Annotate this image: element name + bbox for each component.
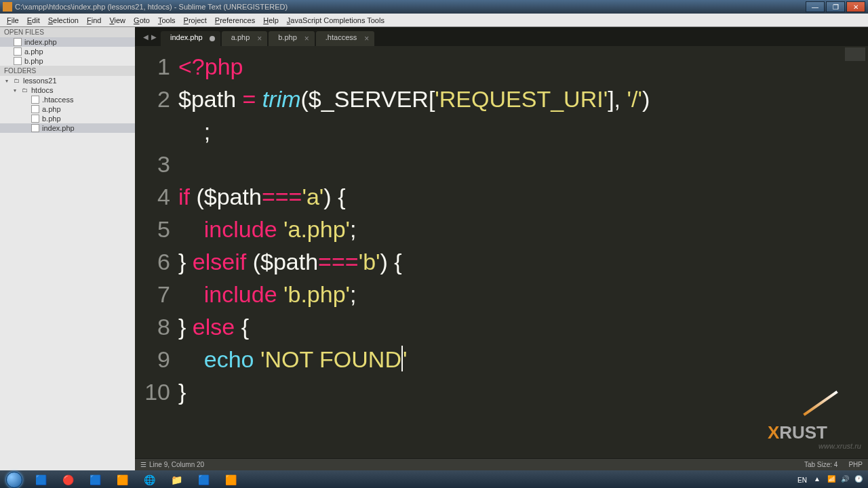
- menubar: FileEditSelectionFindViewGotoToolsProjec…: [0, 14, 868, 27]
- menu-view[interactable]: View: [105, 15, 130, 26]
- menu-javascript-completions-tools[interactable]: JavaScript Completions Tools: [283, 15, 389, 26]
- app-icon: [3, 2, 12, 12]
- tab-a-php[interactable]: a.php×: [222, 31, 268, 46]
- menu-file[interactable]: File: [3, 15, 23, 26]
- menu-project[interactable]: Project: [180, 15, 211, 26]
- tab-dirty-icon[interactable]: [210, 36, 215, 41]
- menu-goto[interactable]: Goto: [130, 15, 154, 26]
- status-tab-size[interactable]: Tab Size: 4: [804, 461, 837, 468]
- status-syntax[interactable]: PHP: [848, 461, 863, 468]
- tab-close-icon[interactable]: ×: [257, 34, 262, 43]
- menu-selection[interactable]: Selection: [44, 15, 83, 26]
- menu-edit[interactable]: Edit: [23, 15, 44, 26]
- open-files-header: OPEN FILES: [0, 27, 135, 37]
- tab-b-php[interactable]: b.php×: [269, 31, 315, 46]
- tray-language[interactable]: EN: [795, 476, 810, 484]
- windows-taskbar: 🟦🔴🟦🟧🌐📁🟦🟧 EN ▲ 📶 🔊 🕐: [0, 470, 868, 488]
- taskbar-explorer-icon[interactable]: 📁: [163, 471, 189, 488]
- tab-close-icon[interactable]: ×: [304, 34, 309, 43]
- status-line-col[interactable]: ☰Line 9, Column 20: [140, 461, 204, 468]
- code-editor[interactable]: 12345678910 <?php$path = trim($_SERVER['…: [135, 46, 868, 458]
- start-button[interactable]: [1, 471, 27, 488]
- system-tray[interactable]: EN ▲ 📶 🔊 🕐: [795, 475, 867, 485]
- tree-index-php[interactable]: index.php: [0, 123, 135, 133]
- line-gutter: 12345678910: [135, 46, 178, 458]
- taskbar-ppt-icon[interactable]: 🟧: [218, 471, 243, 488]
- menu-preferences[interactable]: Preferences: [211, 15, 259, 26]
- tree-b-php[interactable]: b.php: [0, 114, 135, 123]
- menu-help[interactable]: Help: [259, 15, 283, 26]
- open-file-a-php[interactable]: a.php: [0, 47, 135, 56]
- tree-a-php[interactable]: a.php: [0, 104, 135, 114]
- tab--htaccess[interactable]: .htaccess×: [316, 31, 374, 46]
- tab-row: ◀▶ index.phpa.php×b.php×.htaccess×: [135, 27, 868, 46]
- tray-clock-icon[interactable]: 🕐: [854, 475, 864, 485]
- tray-volume-icon[interactable]: 🔊: [841, 475, 850, 485]
- folders-header: FOLDERS: [0, 66, 135, 76]
- taskbar-skype-icon[interactable]: 🟦: [28, 471, 54, 488]
- window-title: C:\xampp\htdocs\index.php (lessons21, ht…: [15, 3, 806, 11]
- tray-flag-icon[interactable]: ▲: [814, 475, 823, 485]
- menu-find[interactable]: Find: [83, 15, 105, 26]
- tree-lessons21[interactable]: ▾🗀lessons21: [0, 76, 135, 85]
- tree--htaccess[interactable]: .htaccess: [0, 95, 135, 104]
- window-maximize-button[interactable]: ❐: [826, 1, 845, 12]
- window-titlebar: C:\xampp\htdocs\index.php (lessons21, ht…: [0, 0, 868, 14]
- taskbar-opera-icon[interactable]: 🔴: [55, 471, 81, 488]
- minimap[interactable]: [845, 47, 865, 61]
- open-file-index-php[interactable]: index.php: [0, 37, 135, 47]
- code-content[interactable]: <?php$path = trim($_SERVER['REQUEST_URI'…: [178, 46, 868, 458]
- taskbar-chrome-icon[interactable]: 🌐: [136, 471, 162, 488]
- taskbar-wmp-icon[interactable]: 🟦: [191, 471, 216, 488]
- tray-network-icon[interactable]: 📶: [827, 475, 837, 485]
- open-file-b-php[interactable]: b.php: [0, 56, 135, 66]
- tab-nav-arrows[interactable]: ◀▶: [139, 33, 161, 41]
- sidebar: OPEN FILES index.phpa.phpb.php FOLDERS ▾…: [0, 27, 135, 470]
- menu-tools[interactable]: Tools: [154, 15, 180, 26]
- tab-index-php[interactable]: index.php: [161, 31, 220, 46]
- window-minimize-button[interactable]: —: [806, 1, 825, 12]
- status-bar: ☰Line 9, Column 20 Tab Size: 4 PHP: [135, 458, 868, 470]
- taskbar-st-icon[interactable]: 🟧: [109, 471, 135, 488]
- taskbar-ps-icon[interactable]: 🟦: [82, 471, 108, 488]
- window-close-button[interactable]: ✕: [846, 1, 865, 12]
- tab-close-icon[interactable]: ×: [364, 34, 369, 43]
- tree-htdocs[interactable]: ▾🗀htdocs: [0, 85, 135, 95]
